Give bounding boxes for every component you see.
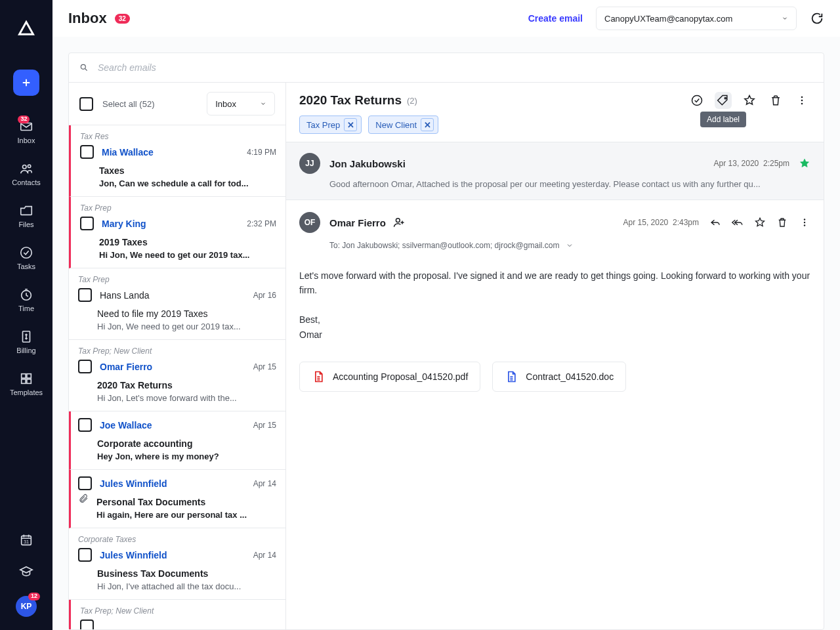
svg-point-1	[22, 165, 26, 169]
email-time: 4:19 PM	[247, 148, 276, 157]
templates-icon	[19, 371, 33, 386]
email-list-item[interactable]: Tax PrepMary King2:32 PM2019 TaxesHi Jon…	[69, 197, 285, 268]
label-icon	[717, 94, 730, 107]
email-subject: Personal Tax Documents	[96, 497, 276, 507]
user-avatar[interactable]: 12 KP	[16, 596, 37, 617]
nav-label: Templates	[10, 388, 43, 396]
svg-point-13	[692, 96, 702, 106]
sender-name: Jon Jakubowski	[329, 158, 406, 169]
nav-label: Time	[18, 304, 34, 312]
chevron-down-icon[interactable]	[566, 242, 574, 249]
label-chip: New Client✕	[368, 116, 438, 134]
star-icon[interactable]	[799, 158, 810, 169]
delete-button[interactable]	[767, 92, 784, 109]
email-tags: Tax Res	[80, 132, 276, 141]
svg-point-14	[724, 98, 726, 99]
select-all-label: Select all (52)	[102, 99, 154, 109]
mark-done-button[interactable]	[688, 92, 705, 109]
message-date: Apr 15, 2020 2:43pm	[623, 218, 699, 227]
attachment-icon	[78, 493, 89, 503]
remove-label-button[interactable]: ✕	[344, 118, 357, 131]
attachment[interactable]: Accounting Proposal_041520.pdf	[299, 362, 480, 392]
select-all-checkbox[interactable]	[79, 97, 93, 111]
email-sender: Mia Wallace	[102, 147, 239, 158]
email-preview: Hi Jon, I've attached all the tax docu..…	[97, 581, 276, 591]
reader-header: 2020 Tax Returns (2) Add label	[286, 83, 824, 142]
email-list-item[interactable]: Tax ResMia Wallace4:19 PMTaxesJon, Can w…	[69, 125, 285, 197]
attachments: Accounting Proposal_041520.pdfContract_0…	[299, 362, 810, 392]
svg-point-15	[801, 96, 803, 98]
email-subject: 2019 Taxes	[99, 237, 276, 247]
nav-inbox[interactable]: 32 Inbox	[18, 119, 35, 144]
email-list-item[interactable]: Tax Prep; New Client	[69, 600, 285, 629]
add-contact-icon[interactable]	[392, 216, 406, 229]
more-icon[interactable]	[799, 217, 810, 228]
logo-icon	[17, 20, 35, 38]
message-collapsed[interactable]: JJ Jon Jakubowski Apr 13, 2020 2:25pm Go…	[286, 142, 824, 200]
svg-rect-7	[27, 374, 31, 378]
email-checkbox[interactable]	[78, 548, 92, 562]
folder-select[interactable]: Inbox	[207, 92, 275, 116]
email-list-item[interactable]: Jules WinnfieldApr 14Personal Tax Docume…	[69, 470, 285, 528]
reply-icon[interactable]	[709, 217, 721, 228]
email-tags: Corporate Taxes	[78, 535, 276, 544]
email-list-item[interactable]: Tax PrepHans LandaApr 16Need to file my …	[69, 268, 285, 340]
star-icon[interactable]	[754, 217, 766, 228]
sender-name: Omar Fierro	[329, 217, 386, 228]
email-preview: Hey Jon, where is my money?	[97, 452, 276, 461]
attachment[interactable]: Contract_041520.doc	[492, 362, 626, 392]
account-select[interactable]: CanopyUXTeam@canopytax.com	[596, 7, 797, 30]
svg-rect-6	[22, 374, 26, 378]
chevron-down-icon	[260, 100, 266, 107]
email-checkbox[interactable]	[80, 217, 94, 230]
nav-files[interactable]: Files	[18, 203, 33, 228]
message-snippet: Good afternoon Omar, Attached is the pro…	[329, 179, 810, 189]
file-icon	[312, 370, 325, 383]
email-sender: Joe Wallace	[100, 420, 245, 430]
email-checkbox[interactable]	[78, 418, 92, 432]
email-time: Apr 15	[253, 362, 276, 371]
list-toolbar: Select all (52) Inbox	[69, 83, 285, 125]
calendar-icon[interactable]: 31	[19, 533, 33, 550]
chevron-down-icon	[782, 15, 788, 22]
file-icon	[505, 370, 518, 383]
email-tags: Tax Prep; New Client	[78, 346, 276, 356]
email-subject: Corporate accounting	[97, 438, 276, 449]
add-button[interactable]	[13, 70, 39, 96]
email-checkbox[interactable]	[80, 145, 94, 159]
add-label-button[interactable]: Add label	[715, 92, 732, 109]
email-checkbox[interactable]	[78, 288, 92, 302]
email-list-item[interactable]: Joe WallaceApr 15Corporate accountingHey…	[69, 411, 285, 470]
nav-label: Contacts	[12, 178, 40, 186]
create-email-button[interactable]: Create email	[528, 13, 583, 24]
nav-billing[interactable]: Billing	[16, 329, 35, 354]
reader-actions: Add label	[688, 92, 810, 109]
education-icon[interactable]	[19, 564, 33, 581]
svg-point-18	[396, 219, 400, 222]
nav-contacts[interactable]: Contacts	[12, 161, 40, 186]
nav-time[interactable]: Time	[18, 287, 34, 312]
tooltip: Add label	[700, 112, 746, 127]
nav-label: Files	[18, 220, 33, 228]
more-button[interactable]	[793, 92, 810, 109]
email-checkbox[interactable]	[78, 476, 92, 490]
email-checkbox[interactable]	[80, 620, 94, 629]
email-sender: Hans Landa	[100, 290, 245, 301]
refresh-button[interactable]	[810, 11, 824, 26]
reply-all-icon[interactable]	[732, 217, 744, 228]
search-input[interactable]	[96, 62, 813, 74]
reader-subject: 2020 Tax Returns	[299, 93, 402, 108]
nav-label: Billing	[16, 346, 35, 354]
nav-templates[interactable]: Templates	[10, 371, 43, 396]
star-button[interactable]	[741, 92, 758, 109]
svg-rect-9	[27, 379, 31, 383]
nav-tasks[interactable]: Tasks	[17, 245, 35, 270]
remove-label-button[interactable]: ✕	[421, 118, 434, 131]
email-checkbox[interactable]	[78, 360, 92, 373]
email-time: Apr 14	[253, 551, 276, 560]
email-list-item[interactable]: Corporate TaxesJules WinnfieldApr 14Busi…	[69, 528, 285, 600]
search-icon	[79, 63, 89, 72]
to-line: To: Jon Jakubowski; ssilverman@outlook.c…	[329, 241, 810, 250]
email-list-item[interactable]: Tax Prep; New ClientOmar FierroApr 15202…	[69, 340, 285, 411]
delete-icon[interactable]	[776, 217, 788, 228]
